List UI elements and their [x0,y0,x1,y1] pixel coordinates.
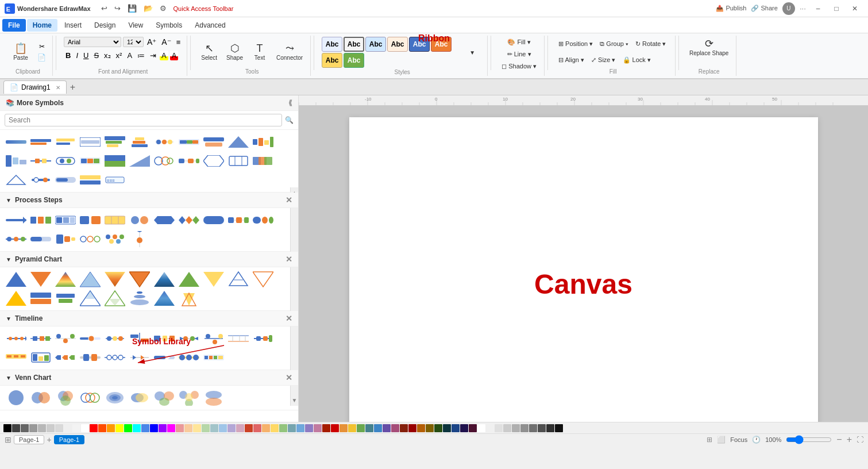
style-preset-4[interactable]: Abc [387,37,408,52]
symbol-item[interactable] [202,133,225,151]
symbol-item[interactable] [103,230,126,248]
symbol-item[interactable] [29,271,52,288]
symbol-item[interactable] [5,330,28,347]
symbol-item[interactable] [79,389,102,406]
menu-home[interactable]: Home [27,19,57,32]
color-swatch[interactable] [296,424,304,432]
color-swatch[interactable] [271,424,279,432]
menu-advanced[interactable]: Advanced [189,19,231,32]
color-swatch[interactable] [314,424,322,432]
position-button[interactable]: ⊞ Position ▾ [555,39,596,49]
color-swatch[interactable] [374,424,382,432]
color-swatch[interactable] [426,424,434,432]
symbol-item[interactable] [202,349,225,366]
tab-drawing1[interactable]: 📄 Drawing1 ✕ [3,80,67,94]
tab-close-button[interactable]: ✕ [56,84,60,91]
symbol-item[interactable] [178,389,200,406]
symbol-item[interactable] [202,389,225,406]
color-swatch[interactable] [477,424,485,432]
color-swatch[interactable] [400,424,408,432]
select-button[interactable]: ↖ Select [198,41,220,63]
fill-button[interactable]: 🎨 Fill ▾ [504,37,533,48]
symbol-item[interactable] [5,230,28,248]
pyramid-chart-header[interactable]: ▼ Pyramid Chart ✕ [0,252,298,267]
color-swatch[interactable] [555,424,563,432]
search-input[interactable] [5,114,282,126]
options-button[interactable]: ··· [800,4,806,13]
color-swatch[interactable] [124,424,132,432]
color-swatch[interactable] [452,424,460,432]
venn-close-button[interactable]: ✕ [286,373,292,382]
symbol-item[interactable] [29,133,52,151]
style-preset-7[interactable]: Abc [322,53,342,68]
open-button[interactable]: 📂 [141,3,155,14]
symbol-item[interactable] [103,349,126,366]
symbol-item[interactable] [227,133,250,151]
publish-button[interactable]: 📤 Publish [716,5,746,12]
group-button[interactable]: ⧉ Group ▾ [597,39,631,49]
symbol-item[interactable] [79,133,102,151]
search-icon[interactable]: 🔍 [285,116,294,124]
color-swatch[interactable] [150,424,158,432]
symbol-item[interactable] [202,271,225,288]
symbol-item[interactable] [128,389,151,406]
connector-button[interactable]: ⤳ Connector [273,41,306,63]
zoom-slider[interactable] [786,435,832,444]
color-swatch[interactable] [245,424,253,432]
superscript-button[interactable]: x² [114,51,124,60]
font-grow-button[interactable]: A⁺ [145,37,158,47]
menu-design[interactable]: Design [88,19,121,32]
undo-button[interactable]: ↩ [99,3,110,14]
color-swatch[interactable] [486,424,494,432]
color-swatch[interactable] [262,424,270,432]
symbol-item[interactable] [5,271,28,288]
symbol-item[interactable]: ≡≡≡ [103,171,126,189]
symbol-item[interactable] [153,212,176,229]
symbol-item[interactable] [79,271,102,288]
menu-view[interactable]: View [122,19,149,32]
symbol-item[interactable] [153,133,176,151]
symbol-item[interactable] [128,290,151,307]
share-button[interactable]: 🔗 Share [751,5,777,12]
zoom-out-button[interactable]: − [836,435,842,445]
symbol-item[interactable] [202,330,225,347]
color-swatch[interactable] [322,424,330,432]
symbol-item[interactable] [54,152,77,170]
symbol-item[interactable] [29,152,52,170]
symbol-item[interactable] [153,271,176,288]
color-swatch[interactable] [520,424,528,432]
settings-button[interactable]: ⚙ [157,3,169,14]
process-steps-header[interactable]: ▼ Process Steps ✕ [0,193,298,208]
color-swatch[interactable] [133,424,141,432]
symbol-item[interactable] [5,152,28,170]
symbol-item[interactable] [227,152,250,170]
symbol-item[interactable] [29,171,52,189]
color-swatch[interactable] [365,424,373,432]
font-family-select[interactable]: Arial [64,37,121,47]
color-swatch[interactable] [227,424,236,432]
color-swatch[interactable] [219,424,227,432]
panel-collapse-button[interactable]: ⟪ [288,99,292,107]
color-swatch[interactable] [12,424,20,432]
more-styles-button[interactable]: ▼ [462,48,483,57]
color-swatch[interactable] [98,424,106,432]
cut-button[interactable]: ✂ [36,42,48,51]
color-swatch[interactable] [193,424,201,432]
copy-button[interactable]: 📄 [36,53,48,62]
highlight-button[interactable]: A [160,51,168,60]
indent-button[interactable]: ⇥ [148,51,158,60]
paste-button[interactable]: 📋 Paste [8,41,33,63]
minimize-button[interactable]: – [809,1,827,16]
tab-add-button[interactable]: + [68,82,78,93]
symbol-item[interactable] [5,133,28,151]
maximize-button[interactable]: □ [828,1,845,16]
color-swatch[interactable] [495,424,503,432]
menu-file[interactable]: File [2,19,26,32]
color-swatch[interactable] [202,424,210,432]
align-btn[interactable]: ⊟ Align ▾ [555,55,587,66]
symbol-item[interactable] [128,349,151,366]
color-swatch[interactable] [107,424,115,432]
color-swatch[interactable] [29,424,37,432]
style-preset-8[interactable]: Abc [344,53,364,68]
color-swatch[interactable] [21,424,29,432]
